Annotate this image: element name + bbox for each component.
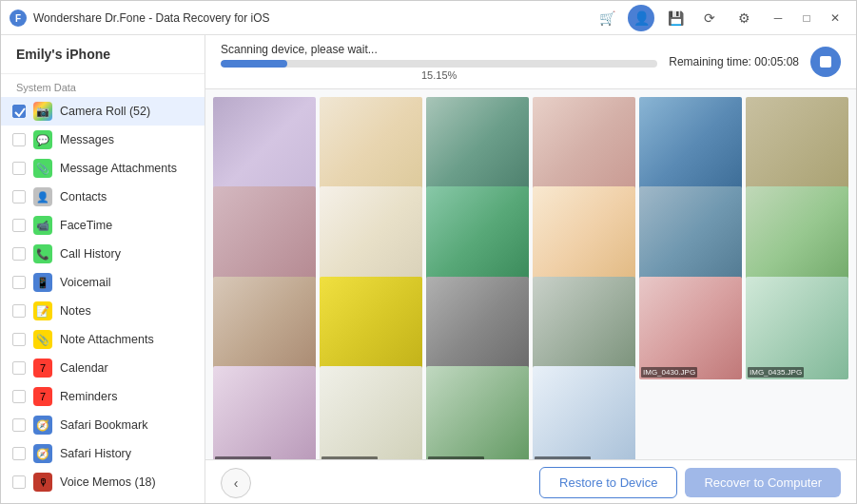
photo-cell[interactable]: IMG_0424.JPG [639, 186, 742, 289]
window-controls: ─ □ ✕ [765, 5, 848, 31]
sidebar-item-contacts[interactable]: 👤Contacts [1, 183, 205, 211]
checkbox-note-attachments[interactable] [12, 333, 26, 346]
checkbox-call-history[interactable] [12, 247, 26, 261]
label-facetime: FaceTime [60, 219, 112, 232]
label-safari-history: Safari History [60, 447, 131, 460]
photo-placeholder: IMG_0417.JPG [746, 97, 848, 200]
photo-cell[interactable]: IMG_0416.JPG [639, 97, 742, 200]
sidebar-item-voice-memos[interactable]: 🎙Voice Memos (18) [1, 468, 205, 496]
maximize-button[interactable]: □ [793, 5, 820, 31]
checkbox-voicemail[interactable] [12, 276, 26, 289]
close-button[interactable]: ✕ [822, 5, 848, 31]
sidebar: Emily's iPhone System Data 📷Camera Roll … [1, 35, 205, 504]
photo-cell[interactable]: IMG_0423.JPG [533, 186, 635, 289]
label-voice-memos: Voice Memos (18) [60, 475, 156, 489]
photo-placeholder: IMG_0426.JPG [213, 277, 316, 379]
photo-cell[interactable]: IMG_0414.JPG [320, 97, 422, 200]
photo-cell[interactable]: IMG_0422.JPG [426, 186, 529, 289]
photo-cell[interactable]: IMG_0435.JPG [746, 277, 848, 379]
sidebar-item-message-attachments[interactable]: 📎Message Attachments [1, 154, 205, 183]
photo-cell[interactable]: IMG_0436.JPG [213, 366, 316, 459]
photo-cell[interactable]: IMG_0426.JPG [213, 277, 316, 379]
photo-cell[interactable]: IMG_0430.JPG [639, 277, 742, 379]
photo-placeholder: IMG_0416.JPG [639, 97, 742, 200]
checkbox-facetime[interactable] [12, 219, 26, 232]
settings-icon[interactable]: ⚙ [730, 5, 757, 31]
photo-cell[interactable]: IMG_0439.JPG [533, 366, 635, 459]
checkbox-safari-history[interactable] [12, 447, 26, 460]
restore-to-device-button[interactable]: Restore to Device [539, 467, 677, 498]
icon-facetime: 📹 [33, 216, 52, 235]
sidebar-item-note-attachments[interactable]: 📎Note Attachments [1, 325, 205, 354]
photo-placeholder: IMG_0415.JPG [533, 97, 635, 200]
photo-cell[interactable]: IMG_0425.JPG [746, 186, 848, 289]
icon-safari-bookmark: 🧭 [33, 416, 52, 435]
photo-cell[interactable]: IMG_0429.JPG [533, 277, 635, 379]
label-messages: Messages [60, 133, 114, 146]
icon-camera-roll: 📷 [33, 102, 52, 121]
sidebar-item-voicemail[interactable]: 📱Voicemail [1, 268, 205, 297]
stop-icon [820, 56, 831, 68]
label-note-attachments: Note Attachments [60, 333, 154, 346]
sidebar-item-messages[interactable]: 💬Messages [1, 126, 205, 154]
sidebar-item-safari-history[interactable]: 🧭Safari History [1, 439, 205, 468]
checkbox-voice-memos[interactable] [12, 475, 26, 489]
checkbox-calendar[interactable] [12, 361, 26, 375]
checkbox-contacts[interactable] [12, 190, 26, 204]
label-camera-roll: Camera Roll (52) [60, 105, 150, 118]
storage-icon[interactable]: 💾 [662, 5, 689, 31]
scan-info: Scanning device, please wait... 15.15% [221, 43, 657, 81]
progress-bar-container [221, 60, 657, 68]
photo-cell[interactable]: IMG_0413.JPG [213, 97, 316, 200]
photo-placeholder: IMG_0430.JPG [639, 277, 742, 379]
photo-cell[interactable]: IMG_0437.JPG [320, 366, 422, 459]
stop-button[interactable] [810, 47, 841, 77]
user-icon[interactable]: 👤 [628, 5, 654, 31]
checkbox-message-attachments[interactable] [12, 162, 26, 175]
checkbox-messages[interactable] [12, 133, 26, 146]
icon-calendar: 7 [33, 359, 52, 378]
sidebar-item-reminders[interactable]: 7Reminders [1, 382, 205, 411]
photo-placeholder: IMG_0414.JPG [320, 97, 422, 200]
minimize-button[interactable]: ─ [765, 5, 791, 31]
sidebar-item-facetime[interactable]: 📹FaceTime [1, 211, 205, 240]
photo-cell[interactable]: IMG_0418.JPG [213, 186, 316, 289]
sidebar-item-camera-roll[interactable]: 📷Camera Roll (52) [1, 97, 205, 126]
app-logo: F [9, 9, 28, 28]
photo-name: IMG_0438.JPG [428, 456, 484, 459]
photo-cell[interactable]: IMG_0438.JPG [426, 366, 529, 459]
cart-icon[interactable]: 🛒 [594, 5, 620, 31]
recover-to-computer-button[interactable]: Recover to Computer [685, 468, 841, 497]
checkbox-camera-roll[interactable] [12, 105, 26, 118]
label-message-attachments: Message Attachments [60, 162, 177, 175]
photo-name: IMG_0436.JPG [215, 456, 271, 459]
system-data-label: System Data [1, 74, 205, 97]
photo-cell[interactable]: IMG_0417.JPG [746, 97, 848, 200]
svg-text:F: F [15, 13, 21, 24]
photo-cell[interactable]: IMG_0421.JPG [320, 186, 422, 289]
back-button[interactable]: ‹ [221, 468, 251, 498]
photo-cell[interactable]: IMG_0415.JPG [533, 97, 635, 200]
photo-grid: IMG_0413.JPGIMG_0414.JPGIMG_0414.JPGIMG_… [205, 89, 856, 459]
photo-placeholder: IMG_0422.JPG [426, 186, 529, 289]
sidebar-item-notes[interactable]: 📝Notes [1, 297, 205, 325]
checkbox-notes[interactable] [12, 304, 26, 318]
remaining-time: Remaining time: 00:05:08 [669, 55, 799, 68]
icon-notes: 📝 [33, 301, 52, 320]
checkbox-reminders[interactable] [12, 390, 26, 403]
photo-name: IMG_0435.JPG [748, 367, 804, 378]
sidebar-item-safari-bookmark[interactable]: 🧭Safari Bookmark [1, 411, 205, 439]
photo-name: IMG_0439.JPG [535, 456, 591, 459]
photo-cell[interactable]: IMG_0427.JPG [320, 277, 422, 379]
sidebar-item-calendar[interactable]: 7Calendar [1, 354, 205, 382]
photo-placeholder: IMG_0437.JPG [320, 366, 422, 459]
main-layout: Emily's iPhone System Data 📷Camera Roll … [1, 35, 856, 504]
progress-bar-fill [221, 60, 287, 68]
sidebar-item-call-history[interactable]: 📞Call History [1, 240, 205, 268]
photo-cell[interactable]: IMG_0414.JPG [426, 97, 529, 200]
checkbox-safari-bookmark[interactable] [12, 418, 26, 432]
icon-contacts: 👤 [33, 187, 52, 206]
refresh-icon[interactable]: ⟳ [696, 5, 723, 31]
icon-message-attachments: 📎 [33, 159, 52, 178]
photo-cell[interactable]: IMG_0428.JPG [426, 277, 529, 379]
